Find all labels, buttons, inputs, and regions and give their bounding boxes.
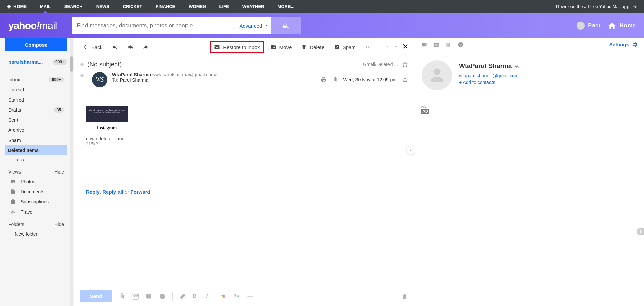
more-menu[interactable]: [363, 42, 374, 52]
restore-to-inbox-button[interactable]: Restore to inbox: [210, 41, 264, 53]
bold-icon[interactable]: B: [193, 293, 200, 300]
attach-icon[interactable]: [118, 293, 125, 300]
calendar-icon[interactable]: 30: [433, 42, 439, 48]
arrow-right-icon: [633, 4, 637, 9]
forward-link[interactable]: Forward: [131, 189, 150, 195]
topnav-cricket[interactable]: CRICKET: [116, 0, 149, 13]
topnav-women[interactable]: WOMEN: [182, 0, 212, 13]
home-link[interactable]: Home: [608, 21, 636, 30]
card-icon[interactable]: [145, 293, 152, 300]
more-icon: [365, 44, 371, 50]
print-icon[interactable]: [320, 77, 327, 83]
folder-spam[interactable]: Spam: [5, 135, 67, 145]
svg-point-5: [161, 295, 162, 296]
yahoo-mail-logo[interactable]: yahoo!mail: [8, 20, 57, 31]
next-message[interactable]: [394, 44, 398, 50]
more-format-icon[interactable]: [247, 293, 253, 300]
contact-name: WtaParul Sharma: [459, 62, 520, 70]
sender-avatar: WS: [92, 72, 107, 87]
to-line: To: Parul Sharma: [112, 77, 218, 83]
info-bubble[interactable]: i: [637, 228, 644, 235]
forward-button[interactable]: [140, 42, 151, 52]
contact-card: WtaParul Sharma wtaparulsharma@gmail.com…: [415, 51, 644, 98]
gif-icon[interactable]: GIF: [132, 293, 139, 300]
notes-icon[interactable]: [445, 42, 451, 48]
attachment-size: 215kB: [86, 141, 133, 146]
next-panel-button[interactable]: [406, 146, 415, 155]
new-folder[interactable]: + New folder: [5, 229, 67, 239]
delete-button[interactable]: Delete: [298, 42, 327, 52]
sidebar-scrollbar[interactable]: [70, 38, 73, 306]
settings-link[interactable]: Settings: [609, 42, 638, 48]
contact-email[interactable]: wtaparulsharma@gmail.com: [459, 73, 520, 78]
back-button[interactable]: Back: [80, 42, 105, 52]
reply-all-link[interactable]: Reply all: [102, 189, 123, 195]
help-icon[interactable]: ?: [457, 42, 464, 48]
link-icon[interactable]: [179, 293, 186, 300]
folder-unread[interactable]: Unread: [5, 85, 67, 95]
account-badge: 999+: [52, 59, 67, 65]
topnav-mail[interactable]: MAIL: [33, 0, 58, 13]
folder-inbox[interactable]: Inbox999+: [5, 75, 67, 85]
topnav-download-app[interactable]: Download the ad-free Yahoo Mail app: [556, 4, 644, 9]
topnav-finance[interactable]: FINANCE: [149, 0, 182, 13]
folder-deleted-items[interactable]: Deleted Items: [5, 145, 67, 155]
topnav-home[interactable]: HOME: [0, 0, 33, 13]
views-header: ViewsHide: [5, 164, 67, 177]
topnav-search[interactable]: SEARCH: [58, 0, 90, 13]
star-toggle[interactable]: [402, 77, 408, 83]
advanced-search[interactable]: Advanced: [237, 17, 271, 34]
topnav-more[interactable]: MORE...: [271, 0, 301, 13]
reply-all-button[interactable]: [125, 42, 136, 52]
triangle-down-icon: [394, 45, 398, 49]
ad-area: AD AD: [415, 98, 644, 119]
home-icon: [7, 4, 11, 9]
attachment-tile[interactable]: We tell you when your favourite services…: [86, 106, 133, 146]
search-icon[interactable]: [515, 64, 520, 68]
search-button[interactable]: [271, 17, 301, 34]
topnav-weather[interactable]: WEATHER: [236, 0, 271, 13]
close-button[interactable]: [402, 43, 409, 51]
view-documents[interactable]: Documents: [5, 187, 67, 197]
view-photos[interactable]: Photos: [5, 177, 67, 187]
move-icon: [271, 44, 277, 50]
subscriptions-icon: [10, 199, 16, 204]
arrow-left-icon: [82, 44, 89, 50]
compose-toolbar: Send GIF B I AA: [74, 286, 415, 306]
italic-icon[interactable]: I: [206, 293, 213, 300]
attachment-icon[interactable]: [332, 77, 338, 83]
compose-button[interactable]: Compose: [5, 38, 67, 51]
star-toggle[interactable]: [402, 61, 408, 67]
move-button[interactable]: Move: [268, 42, 295, 52]
ad-badge: AD: [421, 109, 429, 114]
folder-archive[interactable]: Archive: [5, 125, 67, 135]
account-row[interactable]: parulsharma... 999+: [5, 58, 67, 69]
less-toggle[interactable]: Less: [5, 155, 67, 164]
message-date: Wed, 30 Nov at 12:09 pm: [343, 77, 397, 82]
topnav-life[interactable]: LIFE: [213, 0, 236, 13]
send-button[interactable]: Send: [80, 290, 112, 302]
message-header: WS WtaParul Sharma <wtaparulsharma@gmail…: [74, 72, 415, 93]
views-hide[interactable]: Hide: [54, 169, 64, 175]
topnav-news[interactable]: NEWS: [90, 0, 116, 13]
folder-starred[interactable]: Starred: [5, 95, 67, 105]
search-input[interactable]: [72, 17, 237, 34]
discard-icon[interactable]: [401, 293, 408, 300]
font-size-icon[interactable]: AA: [233, 293, 240, 300]
folders-hide[interactable]: Hide: [54, 222, 64, 227]
emoji-icon[interactable]: [159, 293, 166, 300]
svg-point-10: [247, 296, 248, 297]
reply-button[interactable]: [109, 42, 121, 52]
color-icon[interactable]: [220, 293, 227, 300]
spam-button[interactable]: Spam: [331, 42, 359, 52]
user-profile[interactable]: Parul: [577, 22, 602, 30]
chevron-down-icon: [265, 24, 269, 28]
contacts-icon[interactable]: [421, 42, 427, 48]
folder-drafts[interactable]: Drafts35: [5, 105, 67, 115]
add-to-contacts[interactable]: + Add to contacts: [459, 80, 520, 85]
prev-message[interactable]: [386, 44, 390, 50]
folder-sent[interactable]: Sent: [5, 115, 67, 125]
view-subscriptions[interactable]: Subscriptions: [5, 197, 67, 207]
view-travel[interactable]: Travel: [5, 207, 67, 217]
reply-link[interactable]: Reply: [86, 189, 100, 195]
